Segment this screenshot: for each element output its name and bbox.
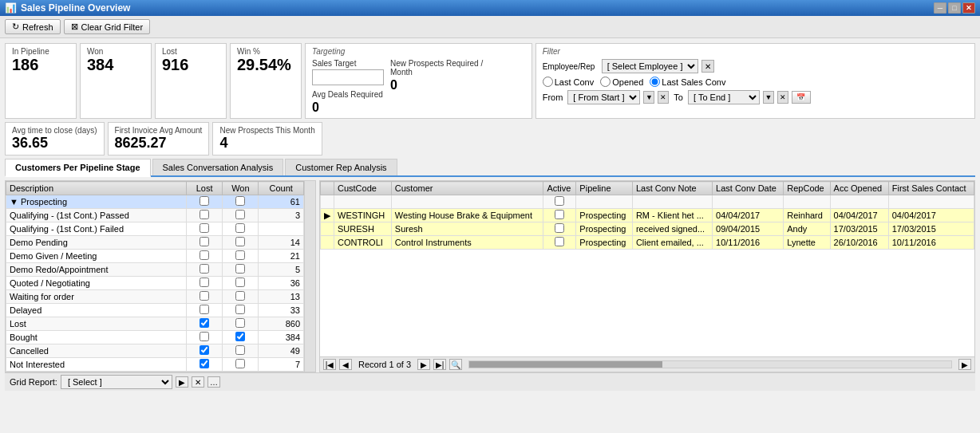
left-row-count: 33 [259,304,304,317]
won-checkbox[interactable] [235,318,245,328]
right-row-customer: Control Instruments [391,236,543,250]
nav-first-button[interactable]: |◀ [323,359,336,370]
right-table-row[interactable]: ▶WESTINGHWesting House Brake & Equipment… [321,209,974,222]
targeting-title: Targeting [312,47,525,56]
left-scrollbar[interactable] [304,181,315,372]
won-checkbox[interactable] [235,223,245,233]
nav-search-button[interactable]: 🔍 [449,359,462,370]
left-row-won [223,236,259,250]
employee-rep-select[interactable]: [ Select Employee ] [602,59,698,73]
close-button[interactable]: ✕ [962,2,975,14]
left-row-lost [187,317,223,331]
to-x-button[interactable]: ✕ [777,91,788,104]
nav-last-button[interactable]: ▶| [433,359,446,370]
won-checkbox[interactable] [235,264,245,274]
grid-report-close-button[interactable]: ✕ [192,376,204,388]
left-table-row[interactable]: Quoted / Negotiating36 [6,277,304,290]
grid-report-more-button[interactable]: … [207,376,220,388]
left-row-description: Bought [6,331,187,344]
lost-checkbox[interactable] [200,305,209,314]
employee-clear-button[interactable]: ✕ [701,60,714,73]
won-checkbox[interactable] [235,278,245,287]
left-table-row[interactable]: Demo Redo/Appointment5 [6,263,304,277]
from-clear-button[interactable]: ▼ [643,91,654,104]
minimize-button[interactable]: ─ [934,2,946,14]
left-table-row[interactable]: Qualifying - (1st Cont.) Failed [6,222,304,236]
nav-prev-button[interactable]: ◀ [339,359,352,370]
won-checkbox[interactable] [235,291,245,301]
left-table-row[interactable]: Bought384 [6,331,304,344]
lost-checkbox[interactable] [200,210,209,219]
won-checkbox[interactable] [235,210,245,219]
left-row-lost [187,331,223,344]
won-checkbox[interactable] [235,345,245,355]
to-clear-button[interactable]: ▼ [763,91,774,104]
grid-report-row: Grid Report: [ Select ] ▶ ✕ … [5,372,975,391]
lost-checkbox[interactable] [200,237,209,246]
grid-report-select[interactable]: [ Select ] [61,375,172,389]
left-table-row[interactable]: Demo Pending14 [6,236,304,250]
won-checkbox[interactable] [235,196,245,206]
active-filter-checkbox[interactable] [555,196,564,206]
right-row-last-conv-note: received signed... [632,222,712,236]
sales-target-input[interactable] [312,69,384,85]
lost-checkbox[interactable] [200,332,209,341]
lost-checkbox[interactable] [200,291,209,301]
left-table-row[interactable]: Cancelled49 [6,344,304,358]
active-checkbox[interactable] [555,223,564,233]
from-date-select[interactable]: [ From Start ] [567,90,640,104]
calendar-button[interactable]: 📅 [792,91,811,104]
right-row-pipeline: Prospecting [576,209,633,222]
opened-radio-label[interactable]: Opened [600,77,643,87]
last-sales-conv-radio-label[interactable]: Last Sales Conv [650,77,725,87]
last-conv-radio[interactable] [543,77,553,87]
expand-arrow[interactable]: ▼ [10,197,21,207]
won-checkbox[interactable] [235,250,245,260]
won-checkbox[interactable] [235,332,245,341]
tab-customers-per-stage[interactable]: Customers Per Pipeline Stage [5,159,151,177]
right-table-row[interactable]: CONTROLIControl InstrumentsProspectingCl… [321,236,974,250]
right-table: CustCode Customer Active Pipeline Last C… [320,181,974,250]
left-table-row[interactable]: Lost860 [6,317,304,331]
won-checkbox[interactable] [235,237,245,246]
lost-checkbox[interactable] [200,223,209,233]
grid-report-go-button[interactable]: ▶ [176,376,188,388]
left-table-row[interactable]: Qualifying - (1st Cont.) Passed3 [6,209,304,222]
lost-checkbox[interactable] [200,278,209,287]
opened-radio[interactable] [600,77,611,87]
won-checkbox[interactable] [235,305,245,314]
tab-customer-rep[interactable]: Customer Rep Analysis [285,159,397,175]
left-row-count: 14 [259,236,304,250]
nav-next-button[interactable]: ▶ [417,359,430,370]
refresh-button[interactable]: ↻ Refresh [5,19,61,34]
lost-checkbox[interactable] [200,345,209,355]
lost-checkbox[interactable] [200,359,209,368]
tab-sales-conversation[interactable]: Sales Conversation Analysis [152,159,284,175]
to-date-select[interactable]: [ To End ] [688,90,760,104]
nav-end-button[interactable]: ▶ [958,359,971,370]
left-row-won [223,317,259,331]
won-checkbox[interactable] [235,359,245,368]
last-sales-conv-radio[interactable] [650,77,660,87]
lost-checkbox[interactable] [200,250,209,260]
maximize-button[interactable]: □ [948,2,961,14]
left-table-row[interactable]: Waiting for order13 [6,290,304,304]
right-table-row[interactable]: SURESHSureshProspectingreceived signed..… [321,222,974,236]
lost-checkbox[interactable] [200,318,209,328]
left-table-row[interactable]: ▼ Prospecting61 [6,195,304,209]
left-table-row[interactable]: Delayed33 [6,304,304,317]
last-conv-radio-label[interactable]: Last Conv [543,77,595,87]
left-table-row[interactable]: Not Interested7 [6,358,304,372]
from-x-button[interactable]: ✕ [658,91,669,104]
active-checkbox[interactable] [555,237,564,246]
left-table-row[interactable]: Demo Given / Meeting21 [6,250,304,263]
active-checkbox[interactable] [555,210,564,219]
left-row-won [223,222,259,236]
lost-checkbox[interactable] [200,196,209,206]
employee-rep-label: Employee/Rep [543,62,599,71]
left-row-won [223,263,259,277]
clear-filter-button[interactable]: ⊠ Clear Grid Filter [64,19,151,34]
lost-checkbox[interactable] [200,264,209,274]
from-label: From [543,93,563,102]
left-row-description: Demo Given / Meeting [6,250,187,263]
